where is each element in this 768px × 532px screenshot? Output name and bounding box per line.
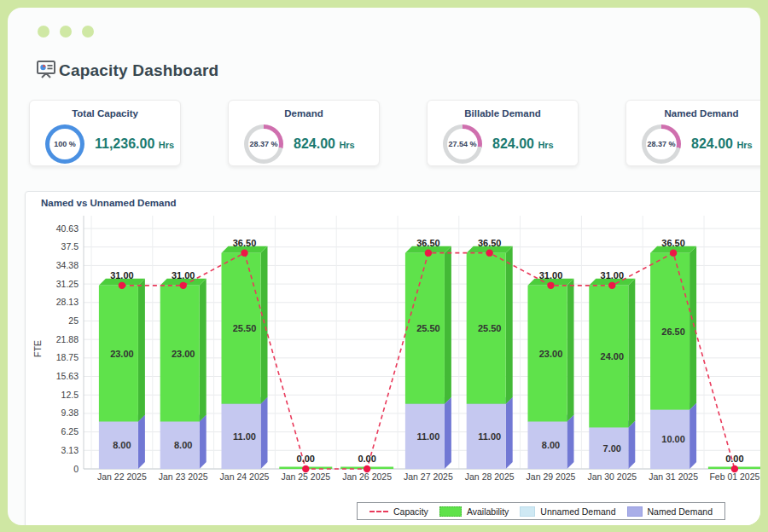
svg-text:24.00: 24.00 bbox=[601, 351, 625, 361]
kpi-unit: Hrs bbox=[159, 140, 174, 150]
kpi-title: Billable Demand bbox=[428, 108, 578, 119]
svg-text:25.50: 25.50 bbox=[416, 323, 440, 333]
kpi-card-named-demand: Named Demand 28.37 % 824.00 Hrs bbox=[625, 100, 760, 166]
progress-percent: 28.37 % bbox=[646, 129, 677, 159]
svg-text:36.50: 36.50 bbox=[233, 238, 257, 248]
svg-text:Jan 24 2025: Jan 24 2025 bbox=[220, 471, 270, 482]
kpi-unit: Hrs bbox=[538, 140, 553, 150]
kpi-card-billable-demand: Billable Demand 27.54 % 824.00 Hrs bbox=[427, 100, 579, 166]
svg-text:37.5: 37.5 bbox=[61, 241, 79, 252]
svg-text:40.63: 40.63 bbox=[56, 223, 79, 234]
window-dot-icon bbox=[60, 26, 72, 38]
kpi-card-demand: Demand 28.37 % 824.00 Hrs bbox=[228, 100, 380, 166]
svg-text:25.50: 25.50 bbox=[478, 323, 502, 333]
svg-text:25: 25 bbox=[68, 315, 79, 326]
dashboard-header: Capacity Dashboard bbox=[36, 59, 218, 83]
svg-text:7.00: 7.00 bbox=[603, 443, 621, 454]
demand-chart-card: Named vs Unnamed Demand 03.136.259.3812.… bbox=[25, 191, 760, 525]
legend-label: Capacity bbox=[393, 506, 428, 517]
window-dot-icon bbox=[38, 26, 49, 38]
svg-text:9.38: 9.38 bbox=[61, 408, 79, 418]
svg-text:11.00: 11.00 bbox=[478, 431, 501, 442]
svg-text:Jan 27 2025: Jan 27 2025 bbox=[404, 471, 453, 482]
svg-text:31.25: 31.25 bbox=[56, 279, 79, 289]
svg-text:0.00: 0.00 bbox=[358, 454, 375, 464]
window-dot-icon bbox=[82, 26, 94, 38]
svg-text:23.00: 23.00 bbox=[539, 349, 563, 359]
progress-percent: 100 % bbox=[49, 129, 80, 159]
legend-label: Availability bbox=[467, 506, 509, 517]
svg-text:31.00: 31.00 bbox=[539, 270, 563, 280]
svg-text:Feb 01 2025: Feb 01 2025 bbox=[709, 471, 759, 482]
svg-text:36.50: 36.50 bbox=[661, 238, 685, 248]
window-controls bbox=[38, 26, 94, 38]
svg-text:31.00: 31.00 bbox=[601, 270, 625, 280]
svg-text:11.00: 11.00 bbox=[416, 431, 439, 442]
progress-ring: 28.37 % bbox=[244, 124, 283, 164]
svg-text:Jan 30 2025: Jan 30 2025 bbox=[587, 471, 637, 482]
svg-text:Jan 26 2025: Jan 26 2025 bbox=[342, 471, 392, 482]
svg-text:8.00: 8.00 bbox=[542, 440, 560, 450]
svg-text:10.00: 10.00 bbox=[661, 434, 685, 444]
legend-item-capacity[interactable]: Capacity bbox=[369, 506, 428, 517]
availability-swatch bbox=[439, 506, 462, 517]
svg-text:Jan 22 2025: Jan 22 2025 bbox=[97, 471, 147, 482]
svg-text:8.00: 8.00 bbox=[174, 440, 192, 450]
svg-text:15.63: 15.63 bbox=[56, 371, 79, 381]
demand-chart-canvas: 03.136.259.3812.515.6318.7521.882528.133… bbox=[26, 192, 760, 492]
kpi-title: Total Capacity bbox=[30, 108, 180, 119]
page-title: Capacity Dashboard bbox=[59, 61, 218, 80]
svg-text:0.00: 0.00 bbox=[297, 454, 315, 464]
progress-ring: 28.37 % bbox=[642, 124, 681, 164]
app-window: Capacity Dashboard Total Capacity 100 % … bbox=[8, 8, 760, 525]
svg-text:23.00: 23.00 bbox=[172, 349, 195, 359]
kpi-row: Total Capacity 100 % 11,236.00 Hrs Deman… bbox=[29, 100, 760, 166]
chart-legend: Capacity Availability Unnamed Demand Nam… bbox=[357, 502, 725, 520]
legend-item-named-demand[interactable]: Named Demand bbox=[627, 506, 713, 517]
legend-item-availability[interactable]: Availability bbox=[439, 506, 509, 517]
svg-text:36.50: 36.50 bbox=[478, 238, 502, 248]
svg-text:11.00: 11.00 bbox=[233, 431, 256, 442]
kpi-title: Demand bbox=[229, 108, 379, 119]
svg-text:21.88: 21.88 bbox=[56, 334, 79, 344]
svg-text:6.25: 6.25 bbox=[61, 426, 79, 437]
kpi-unit: Hrs bbox=[339, 140, 354, 150]
svg-text:8.00: 8.00 bbox=[113, 440, 131, 450]
progress-percent: 28.37 % bbox=[248, 129, 279, 159]
progress-ring: 100 % bbox=[45, 124, 84, 164]
svg-text:31.00: 31.00 bbox=[110, 270, 134, 280]
kpi-card-total-capacity: Total Capacity 100 % 11,236.00 Hrs bbox=[29, 100, 181, 166]
kpi-value: 824.00 Hrs bbox=[294, 136, 355, 152]
svg-text:Jan 28 2025: Jan 28 2025 bbox=[465, 471, 515, 482]
unnamed-demand-swatch bbox=[520, 506, 535, 517]
named-demand-swatch bbox=[627, 506, 643, 517]
svg-text:3.13: 3.13 bbox=[61, 445, 79, 455]
kpi-value: 824.00 Hrs bbox=[492, 136, 554, 152]
capacity-dashed-line-swatch bbox=[369, 511, 388, 512]
svg-text:36.50: 36.50 bbox=[416, 238, 440, 248]
kpi-value: 11,236.00 Hrs bbox=[95, 136, 174, 152]
svg-text:Jan 29 2025: Jan 29 2025 bbox=[527, 471, 576, 482]
svg-text:34.38: 34.38 bbox=[56, 260, 79, 270]
progress-ring: 27.54 % bbox=[443, 124, 482, 164]
svg-text:28.13: 28.13 bbox=[56, 297, 79, 307]
svg-text:12.5: 12.5 bbox=[61, 390, 79, 400]
legend-item-unnamed-demand[interactable]: Unnamed Demand bbox=[520, 506, 615, 517]
svg-text:0: 0 bbox=[73, 464, 79, 474]
svg-text:18.75: 18.75 bbox=[56, 352, 79, 362]
svg-text:FTE: FTE bbox=[32, 340, 43, 357]
legend-label: Named Demand bbox=[648, 506, 713, 517]
kpi-value: 824.00 Hrs bbox=[691, 136, 753, 152]
svg-text:Jan 31 2025: Jan 31 2025 bbox=[649, 471, 698, 482]
kpi-title: Named Demand bbox=[626, 108, 760, 119]
svg-text:31.00: 31.00 bbox=[172, 270, 195, 280]
svg-text:25.50: 25.50 bbox=[233, 323, 257, 333]
progress-percent: 27.54 % bbox=[447, 129, 478, 159]
legend-label: Unnamed Demand bbox=[540, 506, 615, 517]
svg-text:23.00: 23.00 bbox=[110, 349, 134, 359]
svg-text:26.50: 26.50 bbox=[661, 327, 685, 337]
svg-text:Jan 23 2025: Jan 23 2025 bbox=[159, 471, 208, 482]
kpi-unit: Hrs bbox=[736, 140, 752, 150]
svg-text:0.00: 0.00 bbox=[725, 454, 743, 464]
svg-text:Jan 25 2025: Jan 25 2025 bbox=[281, 471, 330, 482]
